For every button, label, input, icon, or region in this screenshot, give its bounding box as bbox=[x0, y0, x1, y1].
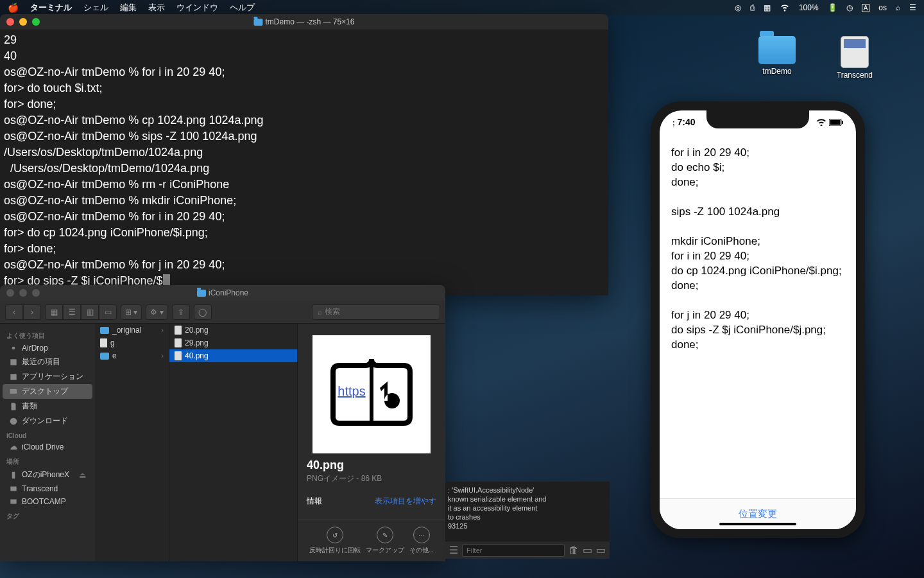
zoom-button[interactable] bbox=[32, 18, 40, 26]
column-2: 20.png 29.png 40.png bbox=[169, 324, 298, 561]
markup-action[interactable]: ✎マークアップ bbox=[366, 527, 404, 555]
terminal-titlebar[interactable]: tmDemo — -zsh — 75×16 bbox=[0, 14, 608, 30]
info-label: 情報 bbox=[307, 496, 322, 507]
minimize-button[interactable] bbox=[19, 18, 27, 26]
sidebar-item-icloud[interactable]: iCloud Drive bbox=[3, 441, 92, 453]
sidebar-item-apps[interactable]: アプリケーション bbox=[3, 369, 92, 384]
user-name[interactable]: os bbox=[878, 3, 887, 12]
finder-titlebar[interactable]: iConiPhone bbox=[0, 285, 445, 301]
view-gallery-button[interactable]: ▭ bbox=[99, 304, 117, 320]
panel-icon[interactable]: ▭ bbox=[583, 544, 592, 556]
home-indicator[interactable] bbox=[719, 523, 796, 525]
list-item[interactable]: _original› bbox=[95, 324, 169, 337]
terminal-body[interactable]: 2940os@OZ-no-Air tmDemo % for i in 20 29… bbox=[0, 30, 608, 295]
svg-point-0 bbox=[12, 347, 15, 350]
tile-icon[interactable]: ▦ bbox=[764, 3, 771, 12]
sidebar-item-bootcamp[interactable]: BOOTCAMP bbox=[3, 495, 92, 508]
menu-shell[interactable]: シェル bbox=[83, 2, 108, 13]
file-item-selected[interactable]: 40.png bbox=[169, 349, 297, 362]
view-icon-button[interactable]: ▦ bbox=[45, 304, 63, 320]
menu-view[interactable]: 表示 bbox=[148, 2, 165, 13]
panel-icon[interactable]: ▭ bbox=[596, 544, 606, 556]
app-name[interactable]: ターミナル bbox=[30, 2, 72, 13]
desktop-folder-tmdemo[interactable]: tmDemo bbox=[758, 36, 796, 76]
finder-title: iConiPhone bbox=[209, 288, 248, 297]
file-item[interactable]: 29.png bbox=[169, 337, 297, 349]
terminal-title: tmDemo — -zsh — 75×16 bbox=[265, 17, 354, 26]
folder-icon bbox=[197, 290, 206, 297]
apple-menu-icon[interactable]: 🍎 bbox=[8, 3, 19, 13]
input-source-icon[interactable]: A bbox=[862, 4, 870, 12]
wifi-icon bbox=[816, 118, 826, 126]
sidebar-item-downloads[interactable]: ダウンロード bbox=[3, 414, 92, 428]
forward-button[interactable]: › bbox=[23, 304, 41, 320]
back-button[interactable]: ‹ bbox=[5, 304, 23, 320]
svg-rect-10 bbox=[830, 119, 841, 125]
close-button[interactable] bbox=[6, 289, 14, 297]
clock-icon[interactable]: ◷ bbox=[846, 3, 853, 12]
list-item[interactable]: g bbox=[95, 337, 169, 349]
show-more-link[interactable]: 表示項目を増やす bbox=[375, 496, 436, 507]
svg-rect-4 bbox=[12, 471, 15, 478]
tag-button[interactable]: ◯ bbox=[194, 304, 212, 320]
spotlight-icon[interactable]: ⌕ bbox=[896, 3, 900, 12]
sidebar-item-airdrop[interactable]: AirDrop bbox=[3, 342, 92, 355]
record-icon[interactable]: ◎ bbox=[735, 3, 741, 12]
svg-rect-1 bbox=[10, 359, 16, 365]
desktop-label: Transcend bbox=[837, 71, 873, 80]
finder-window: iConiPhone ‹ › ▦ ☰ ▥ ▭ ⊞ ▾ ⚙ ▾ ⇪ ◯ ⌕ 検索 … bbox=[0, 285, 445, 561]
close-button[interactable] bbox=[6, 18, 14, 26]
search-field[interactable]: ⌕ 検索 bbox=[312, 304, 440, 320]
desktop-label: tmDemo bbox=[762, 67, 791, 76]
view-list-button[interactable]: ☰ bbox=[63, 304, 81, 320]
arrange-button[interactable]: ⊞ ▾ bbox=[121, 304, 142, 320]
sidebar-item-desktop[interactable]: デスクトップ bbox=[3, 384, 92, 399]
battery-icon[interactable]: 🔋 bbox=[828, 3, 837, 12]
preview-filename: 40.png bbox=[307, 459, 436, 472]
sidebar-item-documents[interactable]: 書類 bbox=[3, 399, 92, 414]
filter-input[interactable] bbox=[462, 544, 565, 557]
svg-text:https: https bbox=[338, 384, 365, 398]
sidebar-item-transcend[interactable]: Transcend bbox=[3, 482, 92, 495]
menubar: 🍎 ターミナル シェル 編集 表示 ウインドウ ヘルプ ◎ ⎙ ▦ 100% 🔋… bbox=[0, 0, 924, 15]
sidebar-item-recents[interactable]: 最近の項目 bbox=[3, 355, 92, 369]
menu-help[interactable]: ヘルプ bbox=[230, 2, 255, 13]
view-column-button[interactable]: ▥ bbox=[81, 304, 99, 320]
more-action[interactable]: ⋯その他... bbox=[409, 527, 434, 555]
desktop-drive-transcend[interactable]: Transcend bbox=[837, 36, 873, 80]
control-center-icon[interactable]: ☰ bbox=[909, 3, 916, 12]
sidebar-item-iphone[interactable]: OZのiPhoneX⏏ bbox=[3, 468, 92, 482]
menu-window[interactable]: ウインドウ bbox=[176, 2, 218, 13]
sidebar-head-loc: 場所 bbox=[0, 453, 95, 468]
svg-rect-6 bbox=[10, 500, 16, 504]
finder-sidebar: よく使う項目 AirDrop 最近の項目 アプリケーション デスクトップ 書類 … bbox=[0, 324, 95, 561]
column-1: _original› g e› bbox=[95, 324, 169, 561]
sidebar-head-tag: タグ bbox=[0, 508, 95, 522]
iphone-simulator: ; 7:40 for i in 20 29 40;do echo $i;done… bbox=[651, 101, 865, 538]
phone-screen[interactable]: ; 7:40 for i in 20 29 40;do echo $i;done… bbox=[660, 110, 856, 529]
svg-rect-2 bbox=[10, 389, 17, 393]
list-item[interactable]: e› bbox=[95, 349, 169, 362]
menu-edit[interactable]: 編集 bbox=[120, 2, 137, 13]
share-button[interactable]: ⇪ bbox=[172, 304, 190, 320]
note-content[interactable]: for i in 20 29 40;do echo $i;done; sips … bbox=[660, 127, 856, 352]
preview-pane: https 40.png PNGイメージ - 86 KB 情報表示項目を増やす … bbox=[298, 324, 445, 561]
notch bbox=[706, 110, 809, 128]
camera-icon[interactable]: ⎙ bbox=[750, 3, 755, 12]
filter-icon[interactable]: ☰ bbox=[449, 544, 458, 556]
svg-rect-5 bbox=[10, 487, 16, 491]
svg-point-3 bbox=[10, 417, 17, 425]
wifi-icon[interactable] bbox=[780, 2, 790, 14]
sidebar-head-fav: よく使う項目 bbox=[0, 328, 95, 342]
trash-icon[interactable]: 🗑 bbox=[569, 545, 579, 556]
action-button[interactable]: ⚙ ▾ bbox=[146, 304, 167, 320]
preview-subtitle: PNGイメージ - 86 KB bbox=[307, 473, 436, 484]
sidebar-head-icloud: iCloud bbox=[0, 428, 95, 441]
folder-icon bbox=[253, 19, 262, 26]
minimize-button[interactable] bbox=[19, 289, 27, 297]
rotate-action[interactable]: ↺反時計回りに回転 bbox=[309, 527, 361, 555]
zoom-button[interactable] bbox=[32, 289, 40, 297]
drive-icon bbox=[841, 36, 869, 68]
file-item[interactable]: 20.png bbox=[169, 324, 297, 337]
folder-icon bbox=[758, 36, 796, 64]
